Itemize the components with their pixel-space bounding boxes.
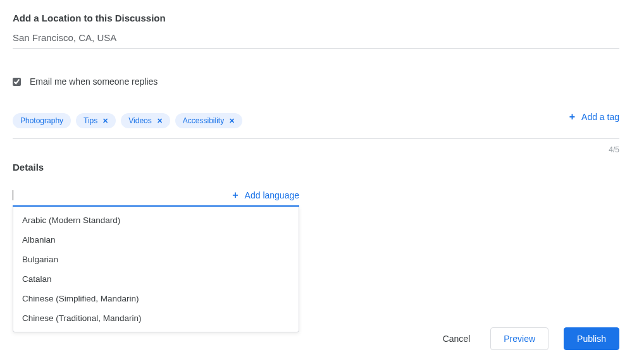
plus-icon: + bbox=[569, 112, 575, 122]
preview-button[interactable]: Preview bbox=[490, 327, 548, 350]
plus-icon: + bbox=[232, 190, 238, 200]
tag-label: Videos bbox=[128, 116, 151, 125]
close-icon[interactable]: ✕ bbox=[157, 117, 163, 125]
language-option[interactable]: Bulgarian bbox=[13, 250, 299, 269]
add-language-button[interactable]: + Add language bbox=[232, 190, 299, 200]
tag-photography[interactable]: Photography bbox=[13, 113, 71, 128]
language-dropdown: Arabic (Modern Standard) Albanian Bulgar… bbox=[13, 207, 299, 332]
language-option[interactable]: Chinese (Simplified, Mandarin) bbox=[13, 289, 299, 308]
tag-label: Accessibility bbox=[183, 116, 224, 125]
location-input[interactable] bbox=[13, 31, 619, 49]
location-heading: Add a Location to this Discussion bbox=[13, 13, 619, 23]
close-icon[interactable]: ✕ bbox=[229, 117, 235, 125]
text-cursor bbox=[13, 190, 13, 200]
footer-actions: Cancel Preview Publish bbox=[438, 327, 619, 350]
language-search-input[interactable] bbox=[15, 189, 232, 202]
close-icon[interactable]: ✕ bbox=[102, 117, 108, 125]
tag-tips[interactable]: Tips ✕ bbox=[76, 113, 116, 128]
language-option[interactable]: Albanian bbox=[13, 230, 299, 250]
details-heading: Details bbox=[13, 162, 619, 173]
email-notify-checkbox[interactable] bbox=[13, 78, 21, 86]
tag-label: Photography bbox=[20, 116, 63, 125]
tags-counter: 4/5 bbox=[13, 145, 619, 154]
tag-accessibility[interactable]: Accessibility ✕ bbox=[175, 113, 242, 128]
language-option[interactable]: Catalan bbox=[13, 269, 299, 289]
add-tag-label: Add a tag bbox=[581, 112, 619, 122]
tags-row: Photography Tips ✕ Videos ✕ Accessibilit… bbox=[13, 113, 619, 139]
cancel-button[interactable]: Cancel bbox=[438, 329, 476, 349]
publish-button[interactable]: Publish bbox=[564, 327, 619, 350]
add-tag-button[interactable]: + Add a tag bbox=[569, 112, 619, 122]
language-option[interactable]: Chinese (Traditional, Mandarin) bbox=[13, 308, 299, 328]
tag-videos[interactable]: Videos ✕ bbox=[121, 113, 170, 128]
email-notify-label: Email me when someone replies bbox=[30, 76, 158, 87]
tag-label: Tips bbox=[84, 116, 97, 125]
add-language-label: Add language bbox=[245, 190, 299, 200]
language-option[interactable]: Arabic (Modern Standard) bbox=[13, 210, 299, 230]
